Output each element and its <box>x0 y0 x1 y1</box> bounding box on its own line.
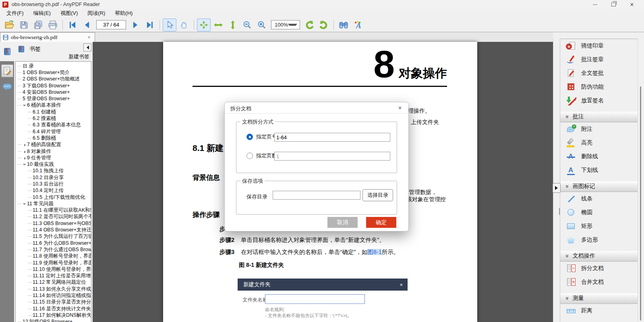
zoom-level-select[interactable]: 100% <box>271 20 300 29</box>
tree-expander-icon[interactable]: › <box>23 149 27 154</box>
bookmark-tree-item[interactable]: › 10.5 上传/下载性能优化 <box>16 194 91 200</box>
menu-item[interactable]: 编辑(E) <box>29 9 56 18</box>
tree-expander-icon[interactable]: › <box>23 142 27 147</box>
bookmark-tree-item[interactable]: › 6.4 碎片管理 <box>16 128 91 135</box>
page-count-input[interactable] <box>274 152 390 161</box>
panel-item[interactable]: 矩形 <box>560 219 638 233</box>
panel-item[interactable] <box>560 318 638 322</box>
fit-height-button[interactable] <box>226 19 240 31</box>
bookmark-tree-item[interactable]: › 6.3 查看桶的基本信息 <box>16 122 91 128</box>
bookmark-tree-item[interactable]: › 10.1 拖拽上传 <box>16 168 91 174</box>
page-range-input[interactable] <box>274 133 390 142</box>
panel-item[interactable]: 拆分文档 <box>560 262 638 275</box>
bookmark-tree-item[interactable]: › 11.14 如何访问指定桶或指定 <box>16 292 91 299</box>
expand-panel-button[interactable] <box>553 183 561 193</box>
page-range-radio[interactable] <box>246 134 253 140</box>
panel-item[interactable]: 下划线 <box>560 163 638 177</box>
bookmark-tree-item[interactable]: › 10.4 定时上传 <box>16 188 91 194</box>
bookmarks-panel-button[interactable] <box>0 42 14 61</box>
save-all-button[interactable] <box>31 19 45 31</box>
bookmark-tree-item[interactable]: › 4 安装OBS Browser+ <box>16 89 91 95</box>
bookmark-tree-item[interactable]: › 11.6 为什么OBS Browser+上 <box>16 240 91 246</box>
ok-button[interactable]: 确定 <box>366 217 396 228</box>
signature-panel-button[interactable] <box>0 64 14 78</box>
page-count-radio[interactable] <box>246 153 253 159</box>
bookmark-tree-item[interactable]: › 11.7 为什么通过OBS Browser <box>16 246 91 253</box>
panel-item[interactable]: 骑缝印章 <box>560 39 638 53</box>
panel-item[interactable]: 放置签名 <box>560 94 638 107</box>
font-appearance-button[interactable]: A <box>351 19 365 31</box>
panel-item[interactable]: 椭圆 <box>560 206 638 219</box>
panel-item[interactable]: 高亮 <box>560 136 638 150</box>
panel-item[interactable]: 全文签批 <box>560 66 638 80</box>
tree-expander-icon[interactable]: › <box>22 103 27 107</box>
bookmark-tree-item[interactable]: › 1 OBS Browser+简介 <box>16 69 91 76</box>
new-bookmark-link[interactable]: 新建书签 <box>68 53 89 60</box>
save-dir-input[interactable] <box>273 191 360 200</box>
panel-item[interactable]: 距离 <box>560 304 638 318</box>
bookmark-tree-item[interactable]: › 10 最佳实践 <box>16 161 91 167</box>
tree-expander-icon[interactable]: › <box>23 155 27 161</box>
bookmark-tree-item[interactable]: › 7 桶的高级配置 <box>16 142 91 148</box>
document-tab[interactable]: obs-browsertg-zh.pdf × <box>0 32 95 42</box>
close-button[interactable]: ✕ <box>625 0 639 9</box>
bookmark-tree-item[interactable]: › 11.1 在哪里可以获取AK和SK <box>16 207 91 214</box>
fit-page-button[interactable] <box>197 19 211 31</box>
open-button[interactable] <box>2 19 16 31</box>
bookmark-tree-item[interactable]: › 11.11 定时上传是否采用增量 <box>16 273 91 279</box>
minimize-button[interactable] <box>588 0 602 9</box>
fit-width-button[interactable] <box>211 19 225 31</box>
hand-tool-button[interactable] <box>177 19 191 31</box>
bookmark-tree-item[interactable]: › 2 OBS Browser+功能概述 <box>16 76 91 83</box>
print-button[interactable] <box>46 19 60 31</box>
save-button[interactable] <box>17 19 31 31</box>
bookmark-tree-item[interactable]: › 5 登录OBS Browser+ <box>16 95 91 102</box>
menu-item[interactable]: 文件(F) <box>2 9 29 18</box>
choose-directory-button[interactable]: 选择目录 <box>362 189 393 201</box>
bookmark-tree-item[interactable]: › 10.3 后台运行 <box>16 181 91 187</box>
panel-item[interactable]: 批注签章 <box>560 53 638 66</box>
restore-button[interactable] <box>607 0 620 9</box>
prev-page-button[interactable] <box>80 19 94 31</box>
rotate-left-button[interactable] <box>302 19 316 31</box>
bookmark-tree-item[interactable]: › 11.9 使用帐号登录时，界面 <box>16 260 91 266</box>
menu-item[interactable]: 帮助(H) <box>110 9 137 18</box>
find-button[interactable] <box>337 19 350 31</box>
select-tool-button[interactable] <box>163 19 176 31</box>
bookmark-tree-item[interactable]: › 11.10 使用帐号登录时，界面 <box>16 266 91 272</box>
bookmark-tree-item[interactable]: › 6.1 创建桶 <box>16 109 91 115</box>
bookmark-tree-item[interactable]: › 11.15 目录分享是否支持分享 <box>16 299 91 305</box>
page-number-input[interactable] <box>96 20 126 29</box>
panel-item[interactable]: 防伪功能 <box>560 80 638 94</box>
comments-panel-button[interactable] <box>0 80 14 94</box>
bookmark-tree-item[interactable]: › 3 下载OBS Browser+ <box>16 83 91 89</box>
bookmark-tree-item[interactable]: › 11.2 是否可以同时装两个不 <box>16 214 91 220</box>
menu-item[interactable]: 阅读(R) <box>83 9 110 18</box>
panel-item[interactable]: 批注 <box>560 111 638 122</box>
bookmark-tree-item[interactable]: › 8 对象操作 <box>16 148 91 155</box>
tree-expander-icon[interactable]: › <box>22 162 27 167</box>
cancel-button[interactable]: 取消 <box>327 217 358 228</box>
bookmark-tree-item[interactable]: › 11.13 如何永久分享文件或文 <box>16 286 91 292</box>
bookmark-tree-item[interactable]: › 11.12 常见网络问题定位 <box>16 279 91 286</box>
menu-item[interactable]: 视图(V) <box>56 9 83 18</box>
zoom-in-button[interactable] <box>255 19 269 31</box>
panel-item[interactable]: 附注 <box>560 122 638 136</box>
bookmark-tree-item[interactable]: › 9 任务管理 <box>16 155 91 161</box>
bookmark-tree-item[interactable]: › 11.8 使用帐号登录时，界面 <box>16 253 91 260</box>
bookmark-tree-item[interactable]: › 11.17 如何解决DNS解析失败 <box>16 312 91 318</box>
bookmark-tree-item[interactable]: › 目 录 <box>16 63 91 69</box>
bookmark-tree-item[interactable]: › 6 桶的基本操作 <box>16 102 91 109</box>
bookmark-tree-item[interactable]: › 6.5 删除桶 <box>16 135 91 141</box>
panel-item[interactable]: 测量 <box>560 293 638 304</box>
bookmark-tree-item[interactable]: › 11.5 为什么我运行了百万级 <box>16 233 91 240</box>
panel-item[interactable]: 删除线 <box>560 150 638 163</box>
bookmark-tree-item[interactable]: › 12 卸载OBS Browser+ <box>16 319 91 322</box>
bookmark-tree-item[interactable]: › 10.2 目录分享 <box>16 174 91 181</box>
rotate-right-button[interactable] <box>317 19 331 31</box>
dialog-close-icon[interactable]: × <box>396 104 404 111</box>
bookmark-tree-item[interactable]: › 11.3 OBS Browser+与OBS Bro <box>16 220 91 227</box>
panel-item[interactable]: 文档操作 <box>560 250 638 262</box>
panel-item[interactable]: 线条 <box>560 192 638 206</box>
bookmark-tree-item[interactable]: › 11 常见问题 <box>16 200 91 207</box>
